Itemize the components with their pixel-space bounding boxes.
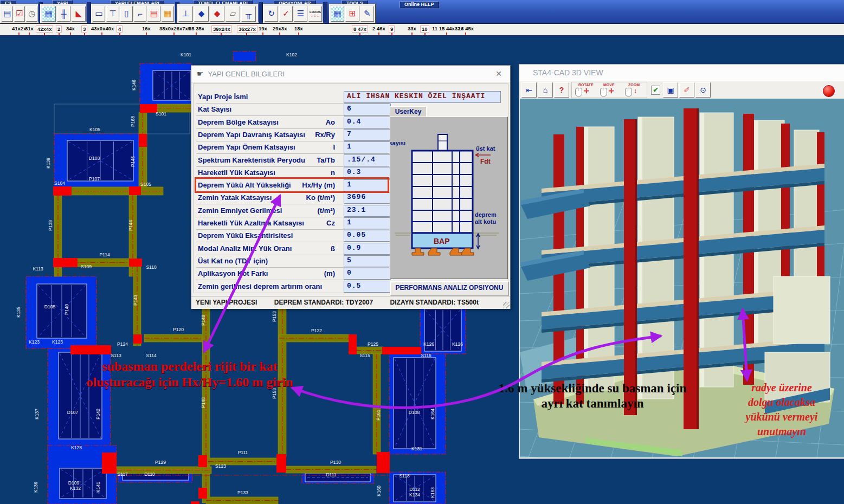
plan-wall bbox=[279, 334, 350, 342]
loads-icon[interactable]: LOADS↓↓↓ bbox=[308, 6, 322, 22]
back-to-plan-icon[interactable]: ⇤ bbox=[521, 82, 537, 98]
plan-label: K102 bbox=[286, 52, 297, 57]
dialog-row: Kat Sayısı6 bbox=[196, 103, 389, 116]
frame-axis-icon[interactable]: ╫ bbox=[57, 6, 71, 22]
brick-wall-icon[interactable]: ▤ bbox=[147, 6, 160, 22]
footing-icon[interactable]: ⊥ bbox=[178, 6, 193, 22]
render-checkbox[interactable]: ✔ bbox=[651, 86, 660, 95]
resize-grip[interactable] bbox=[503, 302, 510, 308]
field-value-row13[interactable]: 5 bbox=[344, 255, 391, 267]
eraser-icon[interactable]: ✐ bbox=[679, 82, 694, 98]
dialog-titlebar[interactable]: ☛YAPI GENEL BILGILERI ✕ bbox=[191, 66, 510, 82]
plan-column bbox=[349, 334, 357, 354]
home-view-icon[interactable]: ⌂ bbox=[538, 82, 553, 98]
help-icon[interactable]: ? bbox=[554, 82, 569, 98]
record-indicator[interactable] bbox=[823, 85, 835, 97]
field-value-row8[interactable]: 3696 bbox=[344, 192, 391, 204]
shortcut-item: 18x bbox=[294, 25, 303, 31]
building-icon[interactable]: ▦ bbox=[42, 6, 56, 22]
field-value-row11[interactable]: 0.05 bbox=[344, 230, 391, 242]
beam-icon[interactable]: ▭ bbox=[93, 6, 105, 22]
plan-label: P145 bbox=[130, 156, 136, 167]
field-value-row2[interactable]: 0.4 bbox=[344, 117, 391, 128]
toolbar-panel: ▦⊞✎ bbox=[329, 4, 376, 23]
tab-userkey[interactable]: UserKey bbox=[390, 106, 427, 117]
slab-grid-icon[interactable]: ▦ bbox=[162, 6, 174, 22]
hook-icon[interactable]: ↻ bbox=[265, 6, 278, 22]
mouse-mode-move[interactable]: MOVE✛ bbox=[597, 82, 622, 98]
3d-view-icon[interactable]: ▦ bbox=[331, 6, 344, 22]
plan-slab bbox=[140, 63, 192, 105]
plan-label: D107 bbox=[67, 410, 79, 415]
plan-label: P138 bbox=[48, 220, 53, 231]
plan-label: P148 bbox=[201, 397, 206, 408]
plan-label: K131 bbox=[411, 446, 422, 451]
3d-window-titlebar[interactable]: STA4-CAD 3D VIEW bbox=[519, 64, 844, 82]
toolbar-panel: ▤☑◷ bbox=[0, 4, 39, 23]
dialog-row: Yapı Proje İsmiALİ İHSAN KESKİN ÖZEL İNŞ… bbox=[196, 91, 389, 104]
field-symbol: Ko (t/m³) bbox=[306, 193, 335, 202]
field-value-row12[interactable]: 0.9 bbox=[344, 243, 391, 255]
plan-wall bbox=[133, 267, 141, 346]
polyline-slab-icon[interactable]: ⌐ bbox=[134, 6, 146, 22]
field-value-row3[interactable]: 7 bbox=[344, 129, 391, 141]
plan-label: K163 bbox=[430, 487, 435, 498]
dialog-row: Zemin gerilmesi deprem artırım oranı0.5 bbox=[196, 280, 389, 293]
field-symbol: Cz bbox=[326, 219, 335, 227]
shortcut-item: 9 bbox=[389, 25, 395, 33]
dialog-row: Zemin Yatak KatsayısıKo (t/m³)3696 bbox=[196, 191, 389, 204]
pile-cap-icon[interactable]: ◆ bbox=[194, 6, 209, 22]
check-form-icon[interactable]: ✓ bbox=[279, 6, 293, 22]
shortcut-item: 36x27x bbox=[237, 25, 257, 33]
online-help-tab[interactable]: Online HELP bbox=[400, 1, 439, 8]
field-label: Deprem Yükü Eksantirisitesi bbox=[198, 231, 293, 240]
mat-foundation-icon[interactable]: ◆ bbox=[210, 6, 224, 22]
field-value-row1[interactable]: 6 bbox=[344, 104, 391, 115]
plan-label: D111 bbox=[326, 472, 336, 477]
mouse-mode-zoom[interactable]: ZOOM↕ bbox=[622, 82, 647, 98]
plan-label: K123 bbox=[52, 339, 63, 345]
save-icon[interactable]: ▤ bbox=[2, 6, 13, 22]
flat-slab-icon[interactable]: ▱ bbox=[226, 6, 240, 22]
userkey-panel: kat sayısı üst kat Fdt deprem alt kotu B… bbox=[390, 117, 508, 279]
form-check-icon[interactable]: ☑ bbox=[14, 6, 25, 22]
dialog-row: Deprem Yapı Önem KatsayısıI1 bbox=[196, 141, 389, 154]
column-section-icon[interactable]: ▯ bbox=[120, 6, 133, 22]
plan-label: D108 bbox=[409, 410, 420, 415]
field-value-row14[interactable]: 0 bbox=[344, 268, 391, 280]
3d-toolbar: ⇤ ⌂ ? ROTATE✛MOVE✛ZOOM↕ ✔ ▣ ✐ ⊙ bbox=[519, 81, 844, 99]
yapi-genel-bilgileri-dialog: ☛YAPI GENEL BILGILERI ✕ Yapı Proje İsmiA… bbox=[191, 65, 511, 309]
twin-column-icon[interactable]: ╥ bbox=[241, 6, 256, 22]
plan-label: P144 bbox=[128, 220, 133, 231]
field-value-row10[interactable]: 1 bbox=[344, 217, 391, 229]
pylon-icon[interactable]: ◣ bbox=[72, 6, 86, 22]
grid-chart-icon[interactable]: ⊞ bbox=[345, 6, 359, 22]
plan-label: K135 bbox=[16, 307, 21, 318]
clock-calc-icon[interactable]: ◷ bbox=[26, 6, 37, 22]
dialog-row: Modal Analiz Min. Yük Oranıß0.9 bbox=[196, 242, 389, 255]
mouse-mode-rotate[interactable]: ROTATE✛ bbox=[572, 82, 597, 98]
plan-wall bbox=[206, 497, 278, 504]
plan-column bbox=[129, 186, 141, 195]
close-icon[interactable]: ✕ bbox=[493, 66, 505, 82]
field-symbol: Ta/Tb bbox=[317, 156, 335, 164]
field-value-project-name[interactable]: ALİ İHSAN KESKİN ÖZEL İNŞAATI bbox=[344, 91, 501, 103]
field-value-row5[interactable]: .15/.4 bbox=[344, 154, 391, 166]
toolbar-panel: ⊥◆◆▱╥ bbox=[177, 4, 259, 23]
status-deprem-standard: DEPREM STANDARDI: TDY2007 bbox=[274, 299, 373, 306]
shortcut-item: 4 bbox=[117, 25, 123, 33]
field-value-row15[interactable]: 0.5 bbox=[344, 281, 391, 293]
plan-column bbox=[53, 186, 72, 196]
field-value-row4[interactable]: 1 bbox=[344, 141, 391, 153]
window-switch-icon[interactable]: ▣ bbox=[663, 82, 678, 98]
field-value-row9[interactable]: 23.1 bbox=[344, 205, 391, 217]
help-book-icon[interactable]: ✎ bbox=[360, 6, 374, 22]
svg-text:Fdt: Fdt bbox=[480, 158, 491, 165]
performans-analiz-button[interactable]: PERFORMANS ANALIZ OPSIYONU bbox=[390, 281, 509, 296]
t-beam-icon[interactable]: ⊤ bbox=[106, 6, 119, 22]
options-list-icon[interactable]: ☰ bbox=[294, 6, 307, 22]
field-label: Kat Sayısı bbox=[198, 105, 231, 113]
svg-text:BAP: BAP bbox=[434, 237, 450, 245]
plan-label: S115 bbox=[359, 353, 370, 358]
zoom-page-icon[interactable]: ⊙ bbox=[695, 82, 711, 98]
